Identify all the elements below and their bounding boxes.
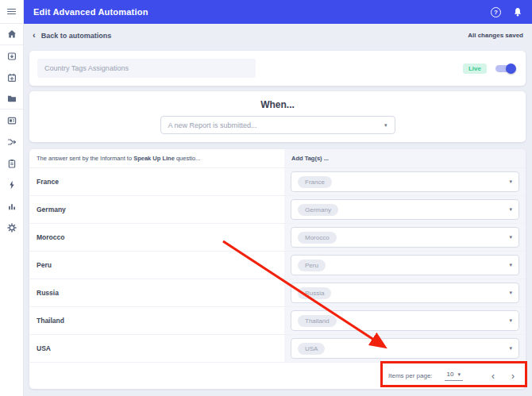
- live-status-badge: Live: [463, 63, 487, 74]
- sidebar-item-reports[interactable]: [0, 152, 23, 174]
- tag-cell: Peru ▾: [284, 252, 526, 279]
- page-size-select[interactable]: 10 ▾: [445, 371, 463, 381]
- bell-icon[interactable]: [513, 7, 522, 17]
- previous-page-button[interactable]: ‹: [492, 371, 495, 381]
- answer-cell: Thailand: [29, 307, 284, 334]
- sidebar-item-settings[interactable]: [0, 217, 23, 238]
- trigger-select[interactable]: A new Report is submitted... ▾: [160, 116, 395, 134]
- tag-select[interactable]: Morocco ▾: [291, 227, 519, 248]
- chevron-down-icon: ▾: [457, 371, 461, 378]
- sidebar-item-calendar[interactable]: [0, 67, 23, 88]
- chevron-down-icon: ▾: [509, 262, 512, 268]
- live-toggle[interactable]: [495, 63, 516, 74]
- tag-cell: USA ▾: [284, 335, 526, 362]
- back-link-label: Back to automations: [41, 32, 112, 40]
- tag-select[interactable]: USA ▾: [291, 338, 519, 359]
- table-row: France France ▾: [29, 168, 526, 196]
- sidebar-item-analytics[interactable]: [0, 195, 23, 217]
- gear-icon: [7, 223, 17, 233]
- tag-chip: Thailand: [298, 315, 337, 327]
- home-icon: [7, 29, 17, 39]
- tag-chip: USA: [298, 343, 325, 355]
- tag-select[interactable]: Thailand ▾: [291, 310, 519, 331]
- tag-chip: Peru: [298, 260, 326, 271]
- card-icon: [7, 116, 17, 125]
- tag-mapping-table-card: The answer sent by the Informant to Spea…: [29, 149, 526, 389]
- toggle-thumb: [506, 63, 516, 74]
- answer-cell: France: [29, 168, 284, 195]
- sidebar-item-automations[interactable]: [0, 174, 23, 195]
- automation-name-card: Live: [29, 51, 526, 86]
- chart-icon: [7, 202, 17, 211]
- calendar-icon: [7, 73, 17, 83]
- back-to-automations-link[interactable]: ‹ Back to automations: [33, 31, 111, 40]
- table-row: Russia Russia ▾: [29, 279, 526, 307]
- sidebar-item-workflows[interactable]: [0, 131, 23, 152]
- column-header-add-tags: Add Tag(s) ...: [284, 149, 526, 167]
- tag-chip: Morocco: [298, 232, 337, 244]
- tag-cell: Russia ▾: [284, 279, 526, 306]
- table-row: Peru Peru ▾: [29, 252, 526, 279]
- folder-icon: [7, 94, 17, 103]
- chevron-left-icon: ‹: [33, 31, 36, 40]
- answer-cell: Peru: [29, 252, 284, 279]
- help-icon[interactable]: ?: [491, 7, 501, 17]
- table-row: Germany Germany ▾: [29, 196, 526, 224]
- answer-cell: Russia: [29, 279, 284, 306]
- table-row: Thailand Thailand ▾: [29, 307, 526, 335]
- table-row: Morocco Morocco ▾: [29, 224, 526, 252]
- table-header-row: The answer sent by the Informant to Spea…: [29, 149, 526, 168]
- inbox-icon: [7, 52, 17, 61]
- chevron-down-icon: ▾: [509, 290, 512, 296]
- tag-cell: France ▾: [284, 168, 526, 195]
- tag-chip: Germany: [298, 204, 338, 216]
- tag-chip: Russia: [298, 287, 331, 299]
- tag-select[interactable]: Russia ▾: [291, 283, 519, 303]
- page-title: Edit Advanced Automation: [33, 7, 148, 17]
- tag-cell: Morocco ▾: [284, 224, 526, 251]
- tag-chip: France: [298, 176, 332, 188]
- automation-name-input[interactable]: [37, 59, 256, 78]
- sidebar-item-cards[interactable]: [0, 110, 23, 131]
- paginator: Items per page: 10 ▾ ‹ ›: [29, 363, 526, 389]
- flash-icon: [7, 180, 17, 190]
- table-row: USA USA ▾: [29, 335, 526, 363]
- answer-cell: Morocco: [29, 224, 284, 251]
- tag-cell: Thailand ▾: [284, 307, 526, 334]
- chevron-down-icon: ▾: [509, 317, 512, 324]
- chevron-down-icon: ▾: [509, 179, 512, 185]
- next-page-button[interactable]: ›: [511, 371, 515, 381]
- chevron-down-icon: ▾: [509, 206, 512, 213]
- trigger-card: When... A new Report is submitted... ▾: [29, 91, 526, 142]
- sidebar-item-home[interactable]: [0, 24, 23, 45]
- merge-icon: [7, 137, 17, 147]
- column-header-answer: The answer sent by the Informant to Spea…: [29, 149, 284, 167]
- subheader: ‹ Back to automations All changes saved: [24, 24, 532, 47]
- chevron-down-icon: ▾: [509, 345, 512, 352]
- sidebar-item-folder[interactable]: [0, 88, 23, 110]
- save-status-text: All changes saved: [468, 32, 523, 39]
- chevron-down-icon: ▾: [509, 234, 512, 240]
- when-title: When...: [29, 91, 526, 110]
- trigger-select-value: A new Report is submitted...: [168, 121, 257, 129]
- tag-select[interactable]: Germany ▾: [291, 199, 519, 220]
- tag-select[interactable]: France ▾: [291, 171, 519, 192]
- hamburger-menu-icon[interactable]: [0, 0, 23, 24]
- left-sidebar: [0, 0, 24, 396]
- app-header: Edit Advanced Automation ?: [24, 0, 532, 24]
- items-per-page-label: Items per page:: [388, 372, 433, 379]
- tag-select[interactable]: Peru ▾: [291, 255, 519, 275]
- answer-cell: USA: [29, 335, 284, 362]
- sidebar-item-inbox[interactable]: [0, 45, 23, 67]
- answer-cell: Germany: [29, 196, 284, 223]
- tag-cell: Germany ▾: [284, 196, 526, 223]
- clipboard-icon: [7, 159, 17, 168]
- chevron-down-icon: ▾: [384, 122, 387, 129]
